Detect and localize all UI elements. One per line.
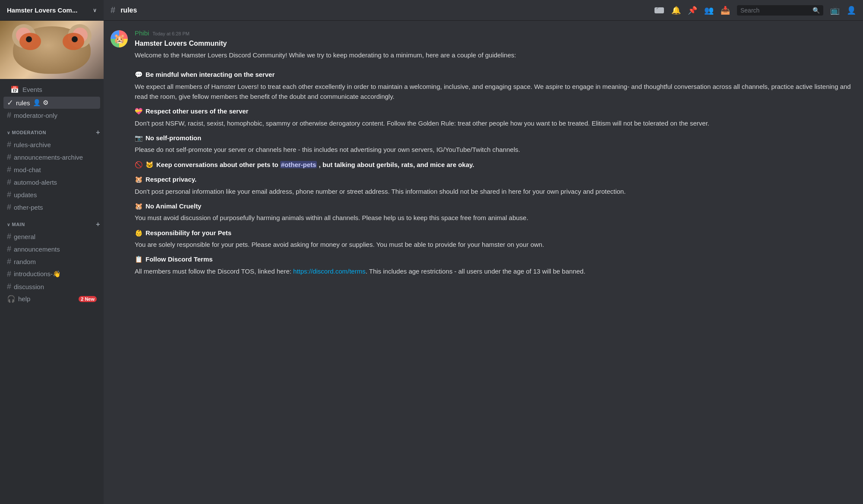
- section-chevron-icon: ∨: [7, 222, 10, 227]
- rule-1-emoji: 💬: [135, 70, 143, 80]
- inbox-icon[interactable]: 📥: [721, 6, 730, 15]
- sidebar-item-automod-alerts[interactable]: # automod-alerts: [3, 176, 100, 188]
- server-header[interactable]: Hamster Lovers Com... ∨: [0, 0, 104, 21]
- channel-label: rules-archive: [14, 141, 51, 148]
- sidebar-item-rules-archive[interactable]: # rules-archive: [3, 139, 100, 151]
- channel-name-label: rules: [120, 6, 137, 14]
- banner-image: [0, 21, 104, 79]
- channel-label: mod-chat: [14, 166, 41, 173]
- add-channel-button[interactable]: +: [96, 129, 100, 136]
- section-chevron-icon: ∨: [7, 130, 10, 135]
- rule-3-text: Please do not self-promote your server o…: [135, 145, 856, 154]
- message-phibi: 🐹 Phibi Today at 6:28 PM Hamster Lovers …: [104, 28, 863, 283]
- sidebar-item-updates[interactable]: # updates: [3, 189, 100, 201]
- rule-1-title: 💬 Be mindful when interacting on the ser…: [135, 70, 856, 80]
- threads-icon[interactable]: [654, 5, 664, 16]
- rule-5: 🐹 Respect privacy. Don't post personal i…: [135, 175, 856, 196]
- sidebar-item-other-pets[interactable]: # other-pets: [3, 201, 100, 213]
- sidebar-item-help[interactable]: 🎧 help 2 New: [3, 293, 100, 305]
- avatar-image: 🐹: [111, 30, 128, 47]
- channel-label: announcements: [14, 246, 60, 253]
- rule-8-text: All members must follow the Discord TOS,…: [135, 266, 856, 276]
- main-content: # rules 🔔 📌 👥 📥 🔍 📺 👤: [104, 0, 863, 504]
- rule-2-title: 💝 Respect other users of the server: [135, 107, 856, 117]
- sidebar-item-events[interactable]: 📅 Events: [3, 83, 100, 96]
- rule-7: 👶 Responsibility for your Pets You are s…: [135, 228, 856, 250]
- rule-4-emoji-cat: 🐱: [145, 160, 154, 170]
- help-label: help: [18, 295, 30, 302]
- sidebar-item-introductions[interactable]: # introductions-👋: [3, 268, 100, 280]
- hash-icon: #: [7, 191, 11, 198]
- welcome-text: Welcome to the Hamster Lovers Discord Co…: [135, 51, 516, 59]
- sidebar-item-rules[interactable]: ✓ rules 👤 ⚙: [3, 97, 100, 109]
- channel-header: # rules 🔔 📌 👥 📥 🔍 📺 👤: [104, 0, 863, 21]
- moderator-only-label: moderator-only: [14, 112, 57, 119]
- window-icon[interactable]: 📺: [830, 6, 840, 15]
- bell-icon[interactable]: 🔔: [671, 6, 681, 15]
- moderation-section-header[interactable]: ∨ MODERATION +: [0, 122, 104, 138]
- rule-6: 🐹 No Animal Cruelty You must avoid discu…: [135, 202, 856, 223]
- discord-terms-link[interactable]: https://discord.com/terms: [293, 268, 366, 275]
- rule-7-title: 👶 Responsibility for your Pets: [135, 228, 856, 238]
- rule-3: 📷 No self-promotion Please do not self-p…: [135, 133, 856, 155]
- main-section-header[interactable]: ∨ MAIN +: [0, 214, 104, 230]
- rule-2-text: Don't post NSFW, racist, sexist, homopho…: [135, 118, 856, 128]
- rules-label: rules: [16, 99, 30, 107]
- rule-5-title: 🐹 Respect privacy.: [135, 175, 856, 185]
- sidebar-item-moderator-only[interactable]: # moderator-only: [3, 109, 100, 121]
- search-input[interactable]: [740, 7, 809, 14]
- main-section-label: MAIN: [12, 222, 25, 227]
- sidebar-item-announcements-archive[interactable]: # announcements-archive: [3, 151, 100, 163]
- hash-icon-mod: #: [7, 111, 11, 119]
- help-badge: 2 New: [79, 296, 97, 302]
- rule-4-emoji-no: 🚫: [135, 160, 143, 170]
- search-bar[interactable]: 🔍: [737, 5, 823, 16]
- hash-icon: #: [7, 233, 11, 240]
- add-main-channel-button[interactable]: +: [96, 220, 100, 228]
- message-body: Hamster Lovers Community Welcome to the …: [135, 38, 856, 276]
- channel-mention[interactable]: #other-pets: [280, 161, 317, 168]
- rule-1-text: We expect all members of Hamster Lovers!…: [135, 82, 856, 102]
- sidebar-item-announcements[interactable]: # announcements: [3, 243, 100, 255]
- channel-label: automod-alerts: [14, 179, 57, 186]
- rule-8-emoji: 📋: [135, 255, 143, 265]
- server-name: Hamster Lovers Com...: [7, 6, 77, 14]
- rule-2-emoji: 💝: [135, 107, 143, 117]
- message-header: Phibi Today at 6:28 PM: [135, 29, 856, 37]
- community-name: Hamster Lovers Community: [135, 38, 856, 49]
- rule-1: 💬 Be mindful when interacting on the ser…: [135, 70, 856, 101]
- hash-icon: #: [7, 166, 11, 173]
- rule-3-emoji: 📷: [135, 133, 143, 143]
- channel-label: discussion: [14, 283, 44, 290]
- sidebar: Hamster Lovers Com... ∨: [0, 0, 104, 504]
- hash-icon: #: [7, 141, 11, 148]
- channel-label: announcements-archive: [14, 154, 83, 161]
- members-icon[interactable]: 👥: [704, 6, 714, 15]
- sidebar-item-random[interactable]: # random: [3, 255, 100, 268]
- rule-3-title: 📷 No self-promotion: [135, 133, 856, 143]
- sidebar-item-mod-chat[interactable]: # mod-chat: [3, 164, 100, 176]
- profile-icon[interactable]: 👤: [847, 6, 856, 15]
- sidebar-channel-list: 📅 Events ✓ rules 👤 ⚙ # moderator-only ∨ …: [0, 79, 104, 504]
- header-actions: 🔔 📌 👥 📥 🔍 📺 👤: [654, 5, 856, 16]
- hash-icon: #: [7, 203, 11, 211]
- rule-6-title: 🐹 No Animal Cruelty: [135, 202, 856, 211]
- sidebar-item-discussion[interactable]: # discussion: [3, 280, 100, 293]
- rule-8: 📋 Follow Discord Terms All members must …: [135, 255, 856, 276]
- rule-7-text: You are solely responsible for your pets…: [135, 239, 856, 249]
- channel-label: random: [14, 258, 36, 265]
- rule-4: 🚫 🐱 Keep conversations about other pets …: [135, 160, 856, 170]
- pin-icon[interactable]: 📌: [688, 6, 697, 15]
- timestamp: Today at 6:28 PM: [152, 31, 190, 36]
- hash-icon: #: [7, 153, 11, 161]
- moderation-section-label: MODERATION: [12, 130, 46, 135]
- rule-6-emoji: 🐹: [135, 202, 143, 211]
- add-member-icon: 👤: [33, 99, 41, 106]
- calendar-icon: 📅: [10, 85, 19, 94]
- message-body-container: Phibi Today at 6:28 PM Hamster Lovers Co…: [135, 29, 856, 281]
- channel-label: other-pets: [14, 204, 43, 211]
- rule-6-text: You must avoid discussion of purposefull…: [135, 213, 856, 223]
- rule-8-title: 📋 Follow Discord Terms: [135, 255, 856, 265]
- messages-container: 🐹 Phibi Today at 6:28 PM Hamster Lovers …: [104, 21, 863, 504]
- sidebar-item-general[interactable]: # general: [3, 230, 100, 243]
